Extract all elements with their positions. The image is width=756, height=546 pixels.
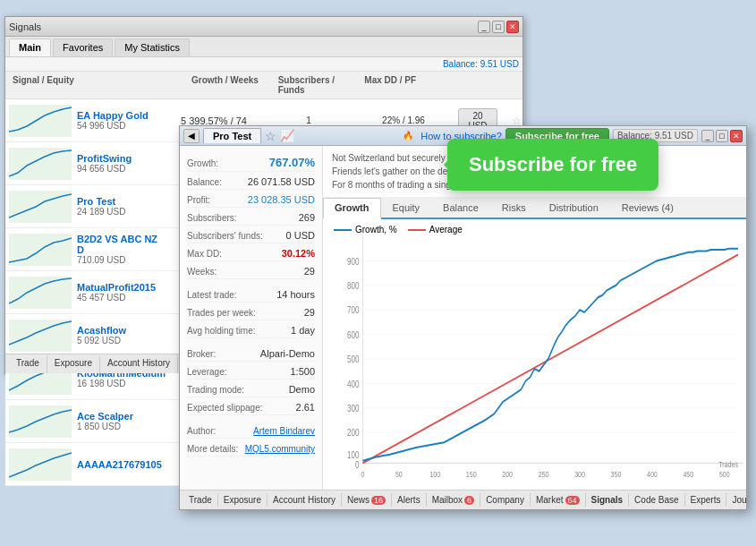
signal-balance: 94 656 USD [77, 164, 132, 174]
svg-text:250: 250 [539, 468, 549, 478]
col-subscribe-price [447, 73, 501, 97]
author-row: Author: Artem Bindarev [187, 421, 315, 439]
bottom-tab-code-base[interactable]: Code Base [629, 493, 684, 507]
bottom-tab-signals[interactable]: Signals [586, 493, 630, 507]
col-max-dd-pf: Max DD / PF [361, 73, 447, 97]
sub-funds-label: Subscribers' funds: [187, 231, 263, 241]
signal-info: ProfitSwing 94 656 USD [5, 146, 166, 182]
trades-per-week-value: 29 [304, 307, 315, 318]
legend-growth: Growth, % [334, 225, 397, 235]
back-navigation-btn[interactable]: ◀ [183, 129, 200, 143]
bottom-tab-exposure[interactable]: Exposure [47, 356, 100, 373]
signal-name[interactable]: B2D2 VS ABC NZ D [77, 234, 163, 255]
chart-tab-reviews[interactable]: Reviews (4) [610, 198, 685, 218]
avg-holding-value: 1 day [291, 325, 315, 336]
news-badge: 16 [371, 496, 386, 505]
signal-info: B2D2 VS ABC NZ D 710.09 USD [5, 232, 166, 268]
avg-holding-label: Avg holding time: [187, 326, 256, 336]
col-star [501, 73, 519, 97]
mailbox-badge: 6 [464, 496, 474, 505]
growth-chart: 900 800 700 600 500 400 300 200 100 0 0 … [327, 236, 743, 482]
tab-my-statistics[interactable]: My Statistics [115, 38, 190, 56]
maxdd-label: Max DD: [187, 249, 222, 259]
more-details-value[interactable]: MQL5.community [245, 444, 315, 454]
bottom-tab-account-history[interactable]: Account History [100, 356, 178, 373]
signal-chart-thumb [9, 405, 72, 438]
bottom-tab-journal[interactable]: Journal [726, 493, 746, 507]
front-maximize-button[interactable]: □ [716, 130, 728, 142]
signal-balance: 1 850 USD [77, 422, 133, 431]
legend-average-color [408, 229, 426, 231]
balance-link[interactable]: Balance: 9.51 USD [443, 59, 519, 69]
signal-balance: 16 198 USD [77, 379, 166, 388]
leverage-value: 1:500 [290, 366, 315, 377]
signal-chart-thumb [9, 320, 72, 352]
subscribers-value: 269 [299, 212, 315, 223]
signal-info: EA Happy Gold 54 996 USD [5, 103, 166, 139]
latest-trade-row: Latest trade: 14 hours [187, 285, 315, 303]
bottom-tab-market[interactable]: Market64 [531, 493, 586, 507]
bottom-tab-trade[interactable]: Trade [183, 493, 218, 507]
signal-chart-thumb [9, 148, 72, 180]
chart-area: Growth, % Average [323, 219, 746, 490]
bottom-tab-experts[interactable]: Experts [685, 493, 727, 507]
tab-main[interactable]: Main [9, 38, 51, 56]
signal-name[interactable]: ProfitSwing [77, 153, 132, 164]
maximize-button[interactable]: □ [492, 21, 505, 33]
avg-holding-row: Avg holding time: 1 day [187, 320, 315, 338]
fire-icon: 🔥 [403, 131, 413, 141]
signal-name[interactable]: AAAAA217679105 [77, 459, 162, 470]
signal-info: AAAAA217679105 [5, 447, 166, 482]
bottom-tab-trade[interactable]: Trade [9, 356, 47, 373]
svg-text:50: 50 [395, 468, 403, 478]
expected-slippage-value: 2.61 [296, 402, 315, 413]
svg-text:350: 350 [611, 468, 622, 478]
chart-tab-risks[interactable]: Risks [490, 198, 538, 218]
bottom-tab-news[interactable]: News16 [342, 493, 392, 507]
front-minimize-button[interactable]: _ [701, 130, 714, 142]
svg-text:500: 500 [719, 468, 730, 478]
profit-label: Profit: [187, 195, 210, 205]
signal-balance: 24 189 USD [77, 207, 125, 217]
svg-text:100: 100 [429, 468, 440, 478]
author-value[interactable]: Artem Bindarev [253, 426, 315, 436]
svg-text:Trades: Trades [718, 458, 738, 468]
minimize-button[interactable]: _ [478, 21, 490, 33]
signal-chart-thumb [9, 234, 72, 266]
latest-trade-value: 14 hours [276, 289, 315, 300]
bottom-tab-exposure[interactable]: Exposure [218, 493, 268, 507]
chart-tab-equity[interactable]: Equity [381, 198, 432, 218]
chart-icon: 📈 [280, 129, 294, 142]
bottom-tab-alerts[interactable]: Alerts [392, 493, 427, 507]
bottom-tab-mailbox[interactable]: Mailbox6 [427, 493, 480, 507]
signal-name[interactable]: Pro Test [77, 196, 125, 207]
profit-row: Profit: 23 028.35 USD [187, 190, 315, 208]
svg-text:450: 450 [683, 468, 693, 478]
trades-per-week-row: Trades per week: 29 [187, 303, 315, 320]
favorite-star-icon[interactable]: ☆ [265, 129, 276, 143]
signal-info: MatualProfit2015 45 457 USD [5, 275, 166, 311]
signal-balance: 54 996 USD [77, 121, 149, 131]
signal-name[interactable]: Acashflow [77, 325, 126, 336]
col-growth-weeks: Growth / Weeks [188, 73, 275, 97]
chart-tab-growth[interactable]: Growth [323, 198, 381, 219]
front-close-button[interactable]: ✕ [730, 130, 743, 142]
author-label: Author: [187, 426, 216, 436]
signal-name[interactable]: EA Happy Gold [77, 110, 149, 121]
leverage-row: Leverage: 1:500 [187, 362, 315, 380]
chart-tab-balance[interactable]: Balance [431, 198, 490, 218]
signal-chart-thumb [9, 448, 72, 481]
signal-name[interactable]: MatualProfit2015 [77, 282, 156, 293]
close-button[interactable]: ✕ [506, 21, 519, 33]
tab-favorites[interactable]: Favorites [53, 38, 113, 56]
signal-name[interactable]: Ace Scalper [77, 411, 133, 422]
signal-balance: 5 092 USD [77, 336, 126, 346]
bottom-tab-company[interactable]: Company [480, 493, 531, 507]
chart-tab-distribution[interactable]: Distribution [538, 198, 610, 218]
legend-average: Average [408, 225, 463, 235]
trades-per-week-label: Trades per week: [187, 308, 256, 318]
bottom-tab-account-history[interactable]: Account History [268, 493, 342, 507]
svg-text:200: 200 [502, 468, 513, 478]
subscribe-overlay[interactable]: Subscribe for free [447, 139, 658, 191]
signal-balance: 710.09 USD [77, 255, 163, 265]
